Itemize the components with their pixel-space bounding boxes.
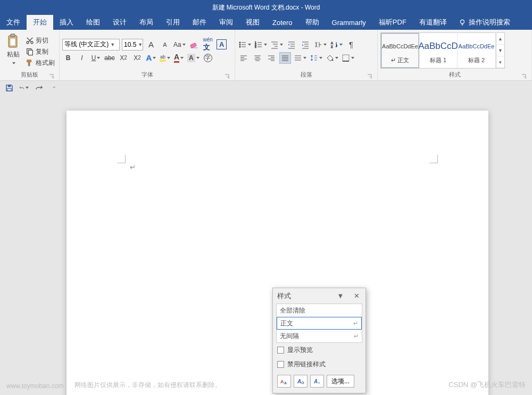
para-launcher-icon[interactable] <box>367 73 373 80</box>
align-center-icon <box>253 54 262 62</box>
clipboard-launcher-icon[interactable] <box>48 73 55 80</box>
gallery-up-icon[interactable]: ▲ <box>496 33 504 45</box>
tab-references[interactable]: 引用 <box>160 15 186 30</box>
tab-zotero[interactable]: Zotero <box>266 15 299 30</box>
tab-design[interactable]: 设计 <box>106 15 133 30</box>
superscript-button[interactable]: X2 <box>131 52 143 64</box>
gallery-more-icon[interactable]: ▾ <box>496 56 504 68</box>
change-case-button[interactable]: Aa <box>173 39 186 51</box>
tab-insert[interactable]: 插入 <box>53 15 80 30</box>
disable-link-label: 禁用链接样式 <box>287 360 326 369</box>
inspector-icon: A <box>296 377 305 385</box>
align-left-button[interactable] <box>238 52 250 64</box>
eraser-icon <box>189 40 199 49</box>
document-area: ↵ 样式 ▼ ✕ 全部清除 正文↵ 无间隔↵ 显示预览 禁用链接样式 AA A … <box>0 95 532 395</box>
tab-mailings[interactable]: 邮件 <box>186 15 213 30</box>
styles-launcher-icon[interactable] <box>521 73 527 80</box>
shrink-font-button[interactable]: A <box>159 39 171 51</box>
enclose-char-button[interactable]: 字 <box>202 52 214 64</box>
text-effects-button[interactable]: A <box>145 52 157 64</box>
save-button[interactable] <box>4 83 14 93</box>
borders-button[interactable] <box>341 52 355 64</box>
svg-point-17 <box>332 59 334 61</box>
paste-icon <box>5 33 22 50</box>
copy-button[interactable]: 复制 <box>24 46 56 57</box>
clear-all-item[interactable]: 全部清除 <box>277 304 362 317</box>
align-right-button[interactable] <box>265 52 277 64</box>
outdent-icon <box>287 40 296 49</box>
asian-layout-button[interactable] <box>313 39 327 51</box>
char-shading-button[interactable]: A <box>187 52 200 64</box>
nospacing-style-item[interactable]: 无间隔↵ <box>277 330 362 342</box>
margin-corner-tr <box>429 155 438 163</box>
manage-styles-button[interactable]: A <box>310 375 324 388</box>
svg-rect-18 <box>343 55 349 61</box>
undo-button[interactable] <box>19 83 29 93</box>
style-heading1[interactable]: AaBbCcD 标题 1 <box>419 33 458 68</box>
pane-header[interactable]: 样式 ▼ ✕ <box>273 288 365 304</box>
highlight-button[interactable]: ab <box>159 52 171 64</box>
clear-format-button[interactable] <box>188 39 200 51</box>
paste-button[interactable]: 粘贴 <box>3 31 24 71</box>
tab-home[interactable]: 开始 <box>27 15 53 30</box>
disable-linked-checkbox[interactable]: 禁用链接样式 <box>273 357 365 372</box>
tab-layout[interactable]: 布局 <box>133 15 160 30</box>
cut-label: 剪切 <box>36 36 48 45</box>
style-normal[interactable]: AaBbCcDdEe ↵ 正文 <box>381 33 419 68</box>
line-spacing-button[interactable] <box>309 52 323 64</box>
options-button[interactable]: 选项... <box>327 375 354 388</box>
gallery-down-icon[interactable]: ▼ <box>496 45 504 56</box>
format-painter-button[interactable]: 格式刷 <box>24 57 56 68</box>
subscript-button[interactable]: X2 <box>118 52 129 64</box>
style-heading2[interactable]: AaBbCcDdEe 标题 2 <box>458 33 496 68</box>
checkbox-icon[interactable] <box>277 347 284 354</box>
multilevel-button[interactable] <box>270 39 284 51</box>
tab-foxit[interactable]: 福昕PDF <box>372 15 413 30</box>
show-marks-button[interactable]: ¶ <box>345 39 357 51</box>
pane-dropdown-icon[interactable]: ▼ <box>336 291 345 301</box>
tab-view[interactable]: 视图 <box>239 15 266 30</box>
show-preview-checkbox[interactable]: 显示预览 <box>273 343 365 357</box>
style-preview: AaBbCcD <box>418 37 458 56</box>
font-size-select[interactable]: 10.5▼ <box>122 39 143 51</box>
qat-customize-button[interactable]: ⁼ <box>49 83 59 93</box>
titlebar: 新建 Microsoft Word 文档.docx - Word <box>0 0 532 15</box>
font-name-select[interactable]: 等线 (中文正文)▼ <box>62 39 120 51</box>
sort-button[interactable]: AZ <box>329 39 343 51</box>
tab-youdao[interactable]: 有道翻译 <box>413 15 453 30</box>
style-inspector-button[interactable]: A <box>294 375 307 388</box>
close-icon[interactable]: ✕ <box>352 291 361 301</box>
distribute-button[interactable] <box>293 52 307 64</box>
indent-increase-button[interactable] <box>300 39 311 51</box>
redo-button[interactable] <box>34 83 44 93</box>
cut-button[interactable]: 剪切 <box>24 35 56 46</box>
brush-icon <box>26 58 34 67</box>
shading-button[interactable] <box>325 52 339 64</box>
tab-draw[interactable]: 绘图 <box>80 15 106 30</box>
align-center-button[interactable] <box>252 52 263 64</box>
underline-button[interactable]: U <box>90 52 102 64</box>
tab-help[interactable]: 帮助 <box>299 15 326 30</box>
bullets-button[interactable] <box>238 39 252 51</box>
new-style-button[interactable]: AA <box>277 375 291 388</box>
normal-style-item[interactable]: 正文↵ <box>277 317 362 330</box>
italic-button[interactable]: I <box>76 52 88 64</box>
tab-file[interactable]: 文件 <box>0 15 27 30</box>
font-color-button[interactable]: A <box>173 52 185 64</box>
strike-button[interactable]: abc <box>104 52 115 64</box>
checkbox-icon[interactable] <box>277 361 284 368</box>
justify-button[interactable] <box>279 52 291 64</box>
styles-gallery[interactable]: AaBbCcDdEe ↵ 正文 AaBbCcD 标题 1 AaBbCcDdEe … <box>380 32 505 69</box>
bold-button[interactable]: B <box>62 52 74 64</box>
grow-font-button[interactable]: A <box>145 39 157 51</box>
tell-me-search[interactable]: 操作说明搜索 <box>453 15 516 30</box>
svg-point-24 <box>302 382 304 384</box>
char-border-button[interactable]: A <box>216 39 228 51</box>
phonetic-guide-button[interactable]: wén文 <box>202 39 214 51</box>
manage-icon: A <box>313 377 321 385</box>
tab-review[interactable]: 审阅 <box>213 15 239 30</box>
indent-decrease-button[interactable] <box>286 39 297 51</box>
numbering-button[interactable]: 123 <box>254 39 268 51</box>
tab-grammarly[interactable]: Grammarly <box>326 15 372 30</box>
font-launcher-icon[interactable] <box>224 73 230 80</box>
